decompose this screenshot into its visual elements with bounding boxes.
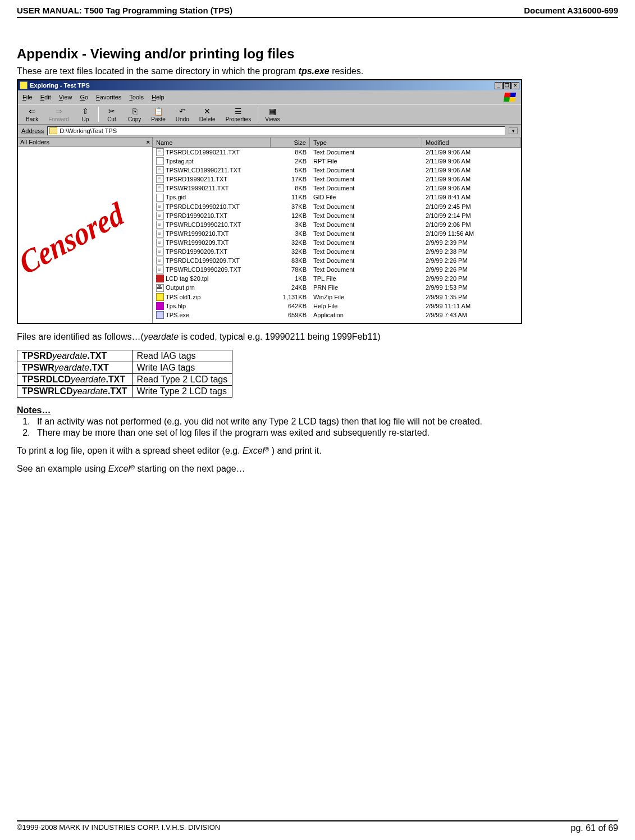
filename-pattern: TPSRDyeardate.TXT: [17, 350, 133, 362]
toolbar-up-button[interactable]: ⇧Up: [75, 106, 96, 123]
file-row[interactable]: Tps.gid11KBGID File2/11/99 8:41 AM: [153, 193, 521, 202]
file-txt-icon: [156, 212, 164, 220]
file-name: LCD tag $20.tpl: [166, 275, 208, 282]
file-type: Text Document: [310, 148, 422, 157]
file-row[interactable]: TPSWRLCD19990210.TXT3KBText Document2/10…: [153, 220, 521, 229]
toolbar-cut-button[interactable]: ✂Cut: [101, 106, 122, 123]
file-row[interactable]: TPSWRLCD19990209.TXT78KBText Document2/9…: [153, 265, 521, 274]
file-modified: 2/10/99 11:56 AM: [422, 229, 521, 238]
file-txt-icon: [156, 266, 164, 273]
address-dropdown-icon[interactable]: ▾: [509, 127, 518, 134]
notes-list: If an activity was not performed (e.g. y…: [17, 417, 618, 438]
file-row[interactable]: TPSWRLCD19990211.TXT5KBText Document2/11…: [153, 166, 521, 175]
file-modified: 2/9/99 7:43 AM: [422, 311, 521, 319]
file-name: TPS old1.zip: [166, 294, 200, 300]
col-name[interactable]: Name: [153, 138, 271, 147]
file-type: Text Document: [310, 184, 422, 193]
file-name: TPSRD19990211.TXT: [166, 176, 227, 182]
col-size[interactable]: Size: [271, 138, 310, 147]
file-row[interactable]: TPSRD19990211.TXT17KBText Document2/11/9…: [153, 175, 521, 184]
file-size: 3KB: [271, 229, 310, 238]
file-row[interactable]: TPS old1.zip1,131KBWinZip File2/9/99 1:3…: [153, 293, 521, 302]
filename-description: Write IAG tags: [132, 362, 232, 374]
file-size: 8KB: [271, 184, 310, 193]
file-prn-icon: [156, 284, 164, 292]
file-modified: 2/11/99 9:06 AM: [422, 175, 521, 184]
toolbar-properties-button[interactable]: ☰Properties: [221, 106, 256, 123]
toolbar-delete-button[interactable]: ✕Delete: [195, 106, 220, 123]
menu-file[interactable]: File: [22, 94, 33, 101]
file-size: 11KB: [271, 193, 310, 202]
address-bar: Address D:\Working\Test TPS ▾: [18, 125, 521, 138]
file-name: TPSRD19990210.TXT: [166, 212, 227, 219]
file-size: 1KB: [271, 274, 310, 283]
file-row[interactable]: TPSRDLCD19990211.TXT8KBText Document2/11…: [153, 148, 521, 157]
file-type: Help File: [310, 302, 422, 311]
table-row: TPSWRyeardate.TXTWrite IAG tags: [17, 362, 232, 374]
window-close-button[interactable]: ×: [511, 82, 519, 89]
note-item: There may be more than one set of log fi…: [33, 428, 618, 438]
file-row[interactable]: Tps.hlp642KBHelp File2/9/99 11:11 AM: [153, 302, 521, 311]
window-maximize-button[interactable]: ❐: [503, 82, 511, 89]
menu-edit[interactable]: Edit: [40, 94, 51, 101]
file-name: TPSWR19990209.TXT: [166, 239, 229, 246]
file-modified: 2/9/99 1:35 PM: [422, 293, 521, 302]
file-txt-icon: [156, 230, 164, 238]
page-header: USER MANUAL: T500 Tag Programming Statio…: [17, 6, 618, 18]
menu-help[interactable]: Help: [152, 94, 165, 101]
file-row[interactable]: TPS.exe659KBApplication2/9/99 7:43 AM: [153, 311, 521, 319]
file-type: Text Document: [310, 265, 422, 274]
file-modified: 2/10/99 2:14 PM: [422, 211, 521, 220]
file-name: Output.prn: [166, 284, 195, 291]
file-txt-icon: [156, 166, 164, 174]
file-row[interactable]: TPSRDLCD19990210.TXT37KBText Document2/1…: [153, 202, 521, 211]
copy-icon: ⎘: [129, 106, 140, 116]
toolbar-views-button[interactable]: ▦Views: [261, 106, 285, 123]
folders-pane-close-icon[interactable]: ×: [147, 139, 150, 145]
file-type: Text Document: [310, 220, 422, 229]
filename-pattern: TPSWRLCDyeardate.TXT: [17, 386, 133, 398]
file-size: 2KB: [271, 157, 310, 166]
toolbar-forward-button[interactable]: ⇒Forward: [44, 106, 74, 123]
file-size: 642KB: [271, 302, 310, 311]
menu-go[interactable]: Go: [80, 94, 88, 101]
menu-favorites[interactable]: Favorites: [96, 94, 121, 101]
file-name: Tps.gid: [166, 194, 186, 200]
file-row[interactable]: Tpstag.rpt2KBRPT File2/11/99 9:06 AM: [153, 157, 521, 166]
file-size: 24KB: [271, 283, 310, 292]
col-type[interactable]: Type: [310, 138, 422, 147]
toolbar-undo-button[interactable]: ↶Undo: [171, 106, 194, 123]
toolbar-label: Properties: [226, 116, 252, 122]
file-modified: 2/11/99 9:06 AM: [422, 184, 521, 193]
file-row[interactable]: TPSWR19990209.TXT32KBText Document2/9/99…: [153, 238, 521, 247]
address-field[interactable]: D:\Working\Test TPS: [47, 126, 505, 135]
file-row[interactable]: TPSWR19990211.TXT8KBText Document2/11/99…: [153, 184, 521, 193]
footer-left: ©1999-2008 MARK IV INDUSTRIES CORP. I.V.…: [17, 823, 220, 833]
file-modified: 2/11/99 8:41 AM: [422, 193, 521, 202]
file-list-pane: Name Size Type Modified TPSRDLCD19990211…: [153, 138, 521, 323]
file-row[interactable]: TPSRD19990209.TXT32KBText Document2/9/99…: [153, 247, 521, 256]
file-row[interactable]: LCD tag $20.tpl1KBTPL File2/9/99 2:20 PM: [153, 274, 521, 283]
file-row[interactable]: TPSRDLCD19990209.TXT83KBText Document2/9…: [153, 256, 521, 265]
file-type: PRN File: [310, 283, 422, 292]
col-modified[interactable]: Modified: [422, 138, 521, 147]
toolbar-paste-button[interactable]: 📋Paste: [147, 106, 170, 123]
filename-description: Write Type 2 LCD tags: [132, 386, 232, 398]
file-txt-icon: [156, 239, 164, 246]
files-identify-text: Files are identified as follows…(yeardat…: [17, 332, 618, 342]
file-size: 8KB: [271, 148, 310, 157]
file-modified: 2/11/99 9:06 AM: [422, 157, 521, 166]
file-modified: 2/9/99 2:39 PM: [422, 238, 521, 247]
window-minimize-button[interactable]: _: [495, 82, 502, 89]
file-row[interactable]: Output.prn24KBPRN File2/9/99 1:53 PM: [153, 283, 521, 292]
file-size: 32KB: [271, 247, 310, 256]
menu-tools[interactable]: Tools: [129, 94, 144, 101]
toolbar-back-button[interactable]: ⇐Back: [21, 106, 43, 123]
file-row[interactable]: TPSWR19990210.TXT3KBText Document2/10/99…: [153, 229, 521, 238]
window-title: Exploring - Test TPS: [30, 82, 90, 89]
properties-icon: ☰: [232, 106, 244, 116]
file-row[interactable]: TPSRD19990210.TXT12KBText Document2/10/9…: [153, 211, 521, 220]
toolbar-copy-button[interactable]: ⎘Copy: [124, 106, 145, 123]
file-modified: 2/9/99 1:53 PM: [422, 283, 521, 292]
menu-view[interactable]: View: [59, 94, 72, 101]
